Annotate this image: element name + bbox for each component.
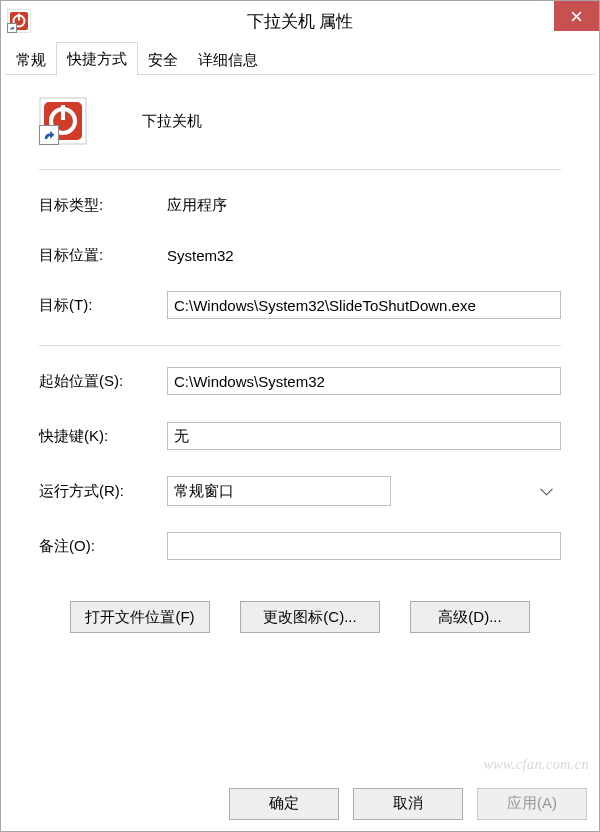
target-input[interactable]	[167, 291, 561, 319]
run-select[interactable]	[167, 476, 391, 506]
tab-details[interactable]: 详细信息	[188, 45, 268, 75]
value-target-location: System32	[167, 247, 234, 264]
row-comment: 备注(O):	[39, 531, 561, 561]
dialog-footer: 确定 取消 应用(A)	[1, 776, 599, 831]
svg-rect-3	[18, 14, 20, 21]
comment-input[interactable]	[167, 532, 561, 560]
shortcut-target-icon	[39, 97, 87, 145]
label-target-type: 目标类型:	[39, 196, 167, 215]
titlebar: 下拉关机 属性	[1, 1, 599, 41]
row-target: 目标(T):	[39, 290, 561, 320]
titlebar-app-icon	[7, 9, 31, 33]
change-icon-button[interactable]: 更改图标(C)...	[240, 601, 380, 633]
tab-general[interactable]: 常规	[6, 45, 56, 75]
window-title: 下拉关机 属性	[1, 10, 599, 33]
value-target-type: 应用程序	[167, 196, 227, 215]
advanced-button[interactable]: 高级(D)...	[410, 601, 530, 633]
label-run: 运行方式(R):	[39, 482, 167, 501]
header-row: 下拉关机	[39, 97, 561, 145]
ok-button[interactable]: 确定	[229, 788, 339, 820]
label-start-in: 起始位置(S):	[39, 372, 167, 391]
cancel-button[interactable]: 取消	[353, 788, 463, 820]
properties-dialog: 下拉关机 属性 常规 快捷方式 安全 详细信息	[0, 0, 600, 832]
label-target: 目标(T):	[39, 296, 167, 315]
shortcut-arrow-icon	[7, 23, 17, 33]
action-button-row: 打开文件位置(F) 更改图标(C)... 高级(D)...	[39, 601, 561, 633]
open-file-location-button[interactable]: 打开文件位置(F)	[70, 601, 210, 633]
apply-button[interactable]: 应用(A)	[477, 788, 587, 820]
svg-rect-9	[61, 105, 65, 120]
shortcut-key-input[interactable]	[167, 422, 561, 450]
tab-security[interactable]: 安全	[138, 45, 188, 75]
row-shortcut-key: 快捷键(K):	[39, 421, 561, 451]
tab-strip: 常规 快捷方式 安全 详细信息	[1, 41, 599, 75]
row-start-in: 起始位置(S):	[39, 366, 561, 396]
shortcut-name: 下拉关机	[142, 112, 202, 131]
tab-shortcut[interactable]: 快捷方式	[56, 42, 138, 76]
close-button[interactable]	[554, 1, 599, 31]
start-in-input[interactable]	[167, 367, 561, 395]
label-shortcut-key: 快捷键(K):	[39, 427, 167, 446]
row-target-type: 目标类型: 应用程序	[39, 190, 561, 220]
shortcut-tab-panel: 下拉关机 目标类型: 应用程序 目标位置: System32 目标(T): 起始…	[1, 75, 599, 776]
row-target-location: 目标位置: System32	[39, 240, 561, 270]
shortcut-arrow-icon	[39, 125, 59, 145]
close-icon	[571, 11, 582, 22]
label-comment: 备注(O):	[39, 537, 167, 556]
run-select-wrap[interactable]	[167, 476, 561, 506]
divider	[39, 345, 561, 346]
label-target-location: 目标位置:	[39, 246, 167, 265]
row-run: 运行方式(R):	[39, 476, 561, 506]
divider	[39, 169, 561, 170]
